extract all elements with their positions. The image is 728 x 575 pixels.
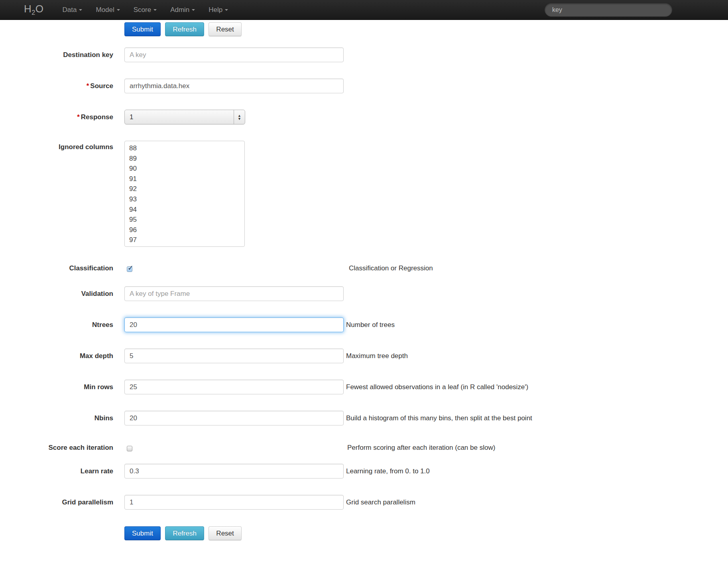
classification-checkbox[interactable] [127,266,132,272]
field-label-ignored-columns: Ignored columns [0,142,113,152]
list-item[interactable]: 96 [125,225,244,235]
list-item[interactable]: 93 [125,194,244,205]
list-item[interactable]: 89 [125,154,244,164]
help-text-ntrees: Number of trees [346,317,395,332]
field-label-destination-key: Destination key [0,47,113,62]
chevron-down-icon [153,9,157,11]
refresh-button-bottom[interactable]: Refresh [165,526,204,540]
brand-text: H [24,3,31,15]
field-label-max-depth: Max depth [0,349,113,363]
field-label-source-text: Source [90,82,113,90]
ignored-columns-listbox[interactable]: 88899091929394959697 [124,141,245,247]
h2o-logo[interactable]: H2O [24,3,43,16]
reset-button[interactable]: Reset [209,22,241,36]
nav-menu: Data Model Score Admin Help [55,0,235,20]
nav-menu-item-label: Admin [170,6,189,14]
grid-parallelism-input[interactable] [124,495,344,510]
toolbar-top: Submit Refresh Reset [124,22,728,36]
nav-menu-item-label: Help [209,6,222,14]
required-asterisk: * [77,113,80,121]
nav-menu-item[interactable]: Model [89,0,126,20]
navbar: H2O Data Model Score Admin Help [0,0,728,20]
chevron-down-icon [192,9,195,11]
reset-button-bottom[interactable]: Reset [209,526,241,540]
list-item[interactable]: 90 [125,163,244,174]
brand-text-suffix: O [35,3,44,15]
list-item[interactable]: 95 [125,215,244,225]
response-select[interactable]: 1 ▲▼ [124,110,245,124]
chevron-down-icon [79,9,82,11]
response-select-value: 1 [125,110,234,124]
chevron-down-icon [225,9,228,11]
help-text-nbins: Build a histogram of this many bins, the… [346,411,532,425]
brand-subscript: 2 [31,9,35,16]
refresh-button[interactable]: Refresh [165,22,204,36]
chevron-down-icon [117,9,120,11]
field-label-ntrees: Ntrees [0,317,113,332]
nav-menu-item[interactable]: Score [127,0,163,20]
select-spinner-icon[interactable]: ▲▼ [234,110,245,124]
field-label-validation: Validation [0,286,113,301]
nav-menu-item[interactable]: Admin [163,0,202,20]
max-depth-input[interactable] [124,349,344,363]
help-text-score-each-iteration: Perform scoring after each iteration (ca… [347,443,495,452]
field-label-grid-parallelism: Grid parallelism [0,495,113,510]
nav-menu-item-label: Model [96,6,114,14]
nav-menu-item-label: Score [134,6,151,14]
field-label-classification: Classification [0,264,113,273]
learn-rate-input[interactable] [124,464,344,479]
field-label-min-rows: Min rows [0,380,113,394]
field-label-learn-rate: Learn rate [0,464,113,479]
nbins-input[interactable] [124,411,344,425]
required-asterisk: * [87,82,89,90]
help-text-max-depth: Maximum tree depth [346,349,408,363]
help-text-grid-parallelism: Grid search parallelism [346,495,415,510]
nav-menu-item[interactable]: Data [55,0,89,20]
score-each-iteration-checkbox[interactable] [127,446,132,451]
validation-input[interactable] [124,286,344,301]
list-item[interactable]: 88 [125,143,244,154]
min-rows-input[interactable] [124,380,344,394]
help-text-min-rows: Fewest allowed observations in a leaf (i… [346,380,528,394]
nav-menu-item[interactable]: Help [202,0,235,20]
toolbar-bottom: Submit Refresh Reset [124,526,728,540]
submit-button-bottom[interactable]: Submit [124,526,161,540]
nav-menu-item-label: Data [62,6,77,14]
navbar-search-input[interactable] [545,3,672,17]
destination-key-input[interactable] [124,47,344,62]
help-text-classification: Classification or Regression [349,264,433,273]
submit-button[interactable]: Submit [124,22,161,36]
ntrees-input[interactable] [124,317,344,332]
list-item[interactable]: 91 [125,174,244,184]
field-label-score-each-iteration: Score each iteration [0,443,113,452]
list-item[interactable]: 92 [125,184,244,194]
field-label-response: *Response [0,110,113,124]
field-label-response-text: Response [81,113,113,121]
source-input[interactable] [124,79,344,93]
field-label-source: *Source [0,79,113,93]
list-item[interactable]: 97 [125,235,244,245]
help-text-learn-rate: Learning rate, from 0. to 1.0 [346,464,430,479]
field-label-nbins: Nbins [0,411,113,425]
list-item[interactable]: 94 [125,205,244,215]
page: H2O Data Model Score Admin Help Submit R… [0,0,728,575]
